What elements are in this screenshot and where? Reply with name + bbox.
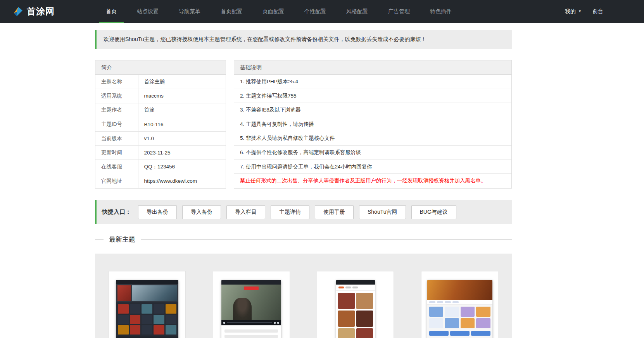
- thumb-statusbar: [336, 280, 375, 285]
- row-value: 2023-11-25: [138, 146, 226, 160]
- thumb-tile: [130, 304, 141, 314]
- thumb-nav-chip: [429, 301, 435, 303]
- fullscreen-icon: [277, 322, 279, 324]
- intro-table: 主题名称 首涂主题 适用系统 maccms 主题作者 首涂 主题ID号 B10-…: [95, 75, 226, 188]
- theme-card[interactable]: [213, 271, 290, 338]
- thumb-tile: [356, 293, 373, 309]
- notes-panel-title: 基础说明: [234, 60, 511, 75]
- quick-entry-label: 快捷入口：: [102, 208, 131, 216]
- theme-card[interactable]: [421, 271, 498, 338]
- theme-preview-movie-site: [116, 280, 178, 338]
- thumb-red-badge: [244, 287, 259, 290]
- nav-item-page-config[interactable]: 页面配置: [252, 0, 294, 23]
- nav-item-home-config[interactable]: 首页配置: [211, 0, 252, 23]
- thumb-tile: [154, 315, 164, 324]
- theme-card[interactable]: [317, 271, 394, 338]
- note-item: 4. 主题具备可复制性，请勿传播: [234, 117, 511, 132]
- row-value: v1.0: [138, 131, 226, 146]
- qe-manual-button[interactable]: 使用手册: [315, 205, 354, 219]
- play-icon: [223, 322, 225, 324]
- thumb-nav-chip: [445, 301, 451, 303]
- thumb-nav-chip: [437, 301, 443, 303]
- divider-line: [141, 239, 512, 240]
- navbar-right: 我的 ▼ 前台: [565, 8, 603, 15]
- nav-item-nav-menu[interactable]: 导航菜单: [169, 0, 211, 23]
- qe-bug-feedback-button[interactable]: BUG与建议: [411, 205, 456, 219]
- intro-panel-title: 简介: [95, 60, 226, 75]
- thumb-text-line: [224, 329, 278, 333]
- thumb-tile: [142, 325, 152, 335]
- thumb-poster-grid: [116, 302, 178, 336]
- row-value: 首涂: [138, 103, 226, 117]
- thumb-tile: [338, 328, 355, 338]
- theme-preview-video-player: [221, 280, 281, 338]
- theme-card[interactable]: [109, 271, 186, 338]
- row-label: 主题作者: [95, 103, 138, 117]
- thumb-topbar: [116, 280, 178, 284]
- nav-item-home[interactable]: 首页: [96, 0, 127, 23]
- qe-import-backup-button[interactable]: 导入备份: [182, 205, 221, 219]
- thumb-tile: [338, 293, 355, 309]
- thumb-tile: [166, 304, 176, 314]
- qe-theme-details-button[interactable]: 主题详情: [271, 205, 309, 219]
- thumb-tab: [345, 287, 351, 288]
- row-value: B10-116: [138, 117, 226, 132]
- note-warning: 禁止任何形式的二次出售、分享他人等侵害作者及正版用户的行为，一经发现取消授权资格…: [234, 174, 511, 188]
- logo[interactable]: 首涂网: [12, 5, 55, 17]
- thumb-tile: [461, 318, 475, 328]
- latest-themes-title: 最新主题: [109, 235, 135, 244]
- theme-preview-mobile-app: [336, 280, 375, 338]
- intro-panel: 简介 主题名称 首涂主题 适用系统 maccms 主题作者 首涂 主题ID号 B…: [95, 60, 226, 189]
- thumb-tile: [166, 315, 176, 324]
- table-row: 在线客服 QQ：123456: [95, 160, 226, 174]
- row-label: 当前版本: [95, 131, 138, 146]
- latest-themes-heading: 最新主题: [95, 235, 512, 244]
- nav-item-ad-management[interactable]: 广告管理: [378, 0, 420, 23]
- qe-import-categories-button[interactable]: 导入栏目: [226, 205, 265, 219]
- thumb-tile: [445, 307, 459, 317]
- nav-item-featured-plugins[interactable]: 特色插件: [420, 0, 462, 23]
- thumb-banner: [116, 284, 178, 302]
- welcome-alert: 欢迎使用ShouTu主题，您已获得授权使用本主题管理系统，在您配置或修改文件前请…: [95, 30, 512, 49]
- thumb-tile: [338, 311, 355, 327]
- note-item: 6. 不提供个性化修改服务，高端定制请联系客服洽谈: [234, 146, 511, 160]
- thumb-topbar: [221, 280, 281, 285]
- row-value: QQ：123456: [138, 160, 226, 174]
- thumb-tile: [118, 325, 129, 335]
- row-label: 主题名称: [95, 75, 138, 89]
- table-row: 适用系统 maccms: [95, 89, 226, 103]
- row-label: 在线客服: [95, 160, 138, 174]
- my-dropdown[interactable]: 我的 ▼: [565, 8, 582, 15]
- nav-item-personal-config[interactable]: 个性配置: [294, 0, 336, 23]
- info-panels: 简介 主题名称 首涂主题 适用系统 maccms 主题作者 首涂 主题ID号 B…: [95, 60, 512, 189]
- quick-entry-bar: 快捷入口： 导出备份 导入备份 导入栏目 主题详情 使用手册 ShouTu官网 …: [95, 200, 512, 224]
- main-nav: 首页 站点设置 导航菜单 首页配置 页面配置 个性配置 风格配置 广告管理 特色…: [96, 0, 462, 23]
- thumb-footer: [116, 336, 178, 338]
- thumb-tile: [356, 328, 373, 338]
- thumb-tile: [429, 318, 444, 328]
- thumb-tile-grid: [427, 305, 492, 330]
- qe-export-backup-button[interactable]: 导出备份: [138, 205, 177, 219]
- thumb-tile: [429, 307, 444, 317]
- thumb-button: [471, 331, 490, 336]
- qe-official-site-button[interactable]: ShouTu官网: [359, 205, 406, 219]
- thumb-image-grid: [336, 291, 375, 338]
- thumb-tab: [338, 287, 344, 288]
- row-value: maccms: [138, 89, 226, 103]
- row-label: 更新时间: [95, 146, 138, 160]
- thumb-tile: [118, 315, 129, 324]
- thumb-tabbar: [336, 285, 375, 291]
- main-content: 欢迎使用ShouTu主题，您已获得授权使用本主题管理系统，在您配置或修改文件前请…: [95, 30, 512, 338]
- front-site-link[interactable]: 前台: [592, 8, 603, 15]
- progress-bar: [227, 322, 272, 323]
- nav-item-style-config[interactable]: 风格配置: [336, 0, 378, 23]
- welcome-alert-text: 欢迎使用ShouTu主题，您已获得授权使用本主题管理系统，在您配置或修改文件前请…: [104, 36, 426, 42]
- table-row: 主题作者 首涂: [95, 103, 226, 117]
- thumb-person-silhouette: [233, 298, 252, 320]
- nav-item-site-settings[interactable]: 站点设置: [127, 0, 169, 23]
- thumb-navbar: [427, 300, 492, 305]
- thumb-tile: [356, 311, 373, 327]
- thumb-tile: [142, 304, 152, 314]
- volume-icon: [274, 322, 276, 324]
- thumb-tile: [461, 307, 475, 317]
